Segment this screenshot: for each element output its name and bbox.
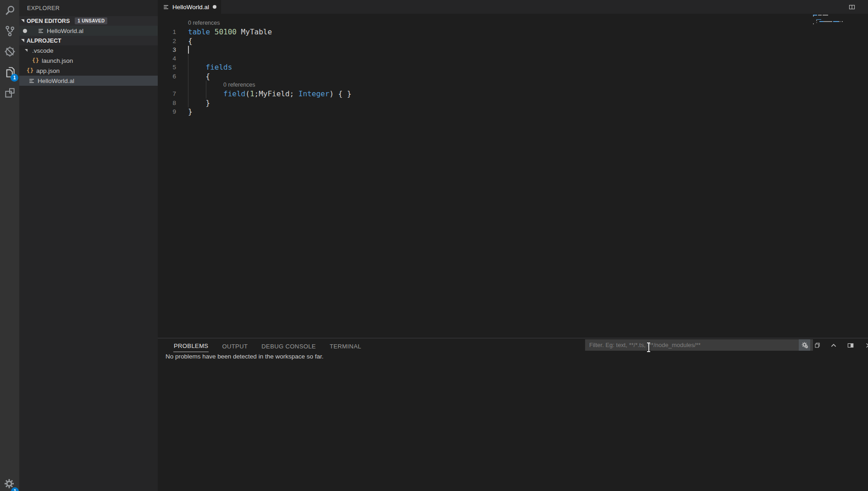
code-line: 1table 50100 MyTable [158, 28, 868, 36]
activity-bar-item-search[interactable] [0, 0, 19, 21]
token: fields [206, 63, 232, 72]
code-line: 7 field(1;MyField; Integer) { } [158, 89, 868, 98]
code-line: 6 { [158, 72, 868, 81]
line-number: 5 [158, 63, 176, 72]
collapse-all-button[interactable] [811, 340, 822, 351]
panel-tab-terminal[interactable]: TERMINAL [329, 341, 362, 352]
json-braces-icon: {} [27, 67, 34, 74]
code-line: 8 } [158, 99, 868, 107]
line-content: field(1;MyField; Integer) { } [188, 89, 351, 98]
code-editor[interactable]: 0 references1table 50100 MyTable2{345 fi… [158, 14, 868, 338]
line-content: table 50100 MyTable [188, 28, 272, 36]
file-tree: .vscode{}launch.json{}app.jsonHelloWorld… [19, 45, 158, 86]
project-section-header[interactable]: ALPROJECT [19, 36, 158, 45]
panel-tabs: PROBLEMSOUTPUTDEBUG CONSOLETERMINAL [173, 338, 362, 354]
close-panel-button[interactable] [863, 340, 868, 351]
file-lines-icon [37, 28, 44, 34]
activity-bar-item-debug[interactable] [0, 41, 19, 62]
more-actions-button[interactable] [158, 0, 868, 1]
tree-item-launch-json[interactable]: {}launch.json [19, 55, 158, 66]
chevron-expanded-icon [21, 19, 24, 22]
move-panel-button[interactable] [845, 340, 856, 351]
line-content: } [188, 107, 193, 116]
mouse-cursor-ibeam [647, 342, 651, 352]
token: } [188, 107, 193, 116]
source-control-icon [4, 25, 16, 37]
settings-button[interactable]: 1 [3, 478, 16, 491]
code-line: 4 [158, 54, 868, 63]
line-number: 7 [158, 89, 176, 98]
chevron-expanded-icon [25, 49, 28, 52]
codelens-references[interactable]: 0 references [188, 19, 220, 28]
tab-helloworld-al[interactable]: HelloWorld.al [158, 0, 221, 14]
tree-item-label: launch.json [42, 57, 73, 64]
text-cursor [188, 46, 189, 54]
code-line: 9} [158, 107, 868, 116]
unsaved-count-badge: 1 UNSAVED [75, 17, 107, 24]
settings-badge: 1 [11, 487, 19, 491]
collapse-all-icon [813, 342, 820, 349]
dirty-files-badge: 1 [11, 74, 18, 82]
json-braces-icon: {} [32, 57, 39, 64]
code-line: 5 fields [158, 63, 868, 72]
chevron-up-icon [830, 342, 837, 349]
token: table [188, 28, 210, 36]
line-number: 8 [158, 99, 176, 107]
tab-title: HelloWorld.al [172, 4, 209, 11]
token: Integer [299, 89, 329, 98]
line-number: 6 [158, 72, 176, 81]
line-content: { [188, 72, 210, 81]
line-number: 3 [158, 45, 176, 54]
problems-empty-message: No problems have been detected in the wo… [166, 353, 323, 360]
modified-dot-icon[interactable] [213, 5, 216, 9]
problems-filter-input[interactable] [585, 339, 813, 351]
half-square-icon [847, 342, 854, 349]
indent-guide [206, 81, 206, 99]
code-line: 3 [158, 45, 868, 54]
token [210, 28, 215, 36]
codelens-references[interactable]: 0 references [188, 81, 255, 89]
panel-tab-problems[interactable]: PROBLEMS [173, 340, 209, 352]
indent-guide [188, 45, 188, 107]
open-editors-list: HelloWorld.al [19, 26, 158, 36]
activity-bar-item-extensions[interactable] [0, 83, 19, 103]
line-number: 9 [158, 107, 176, 116]
line-number: 1 [158, 28, 176, 36]
tree-item-label: .vscode [32, 47, 54, 54]
filter-settings-button[interactable] [799, 339, 810, 351]
editor-area: HelloWorld.al 0 references1table 50100 M… [158, 0, 868, 491]
open-editor-item[interactable]: HelloWorld.al [19, 26, 158, 36]
split-editor-icon [848, 4, 856, 11]
tree-item-label: HelloWorld.al [38, 77, 74, 84]
token: field [223, 89, 245, 98]
explorer-sidebar: EXPLORER OPEN EDITORS 1 UNSAVED HelloWor… [19, 0, 158, 491]
tree-item-app-json[interactable]: {}app.json [19, 66, 158, 76]
tree-item--vscode[interactable]: .vscode [19, 45, 158, 55]
token: } [188, 99, 210, 107]
line-content: { [188, 37, 193, 45]
token: 50100 [215, 28, 237, 36]
activity-bar-item-source-control[interactable] [0, 21, 19, 41]
open-editor-label: HelloWorld.al [47, 28, 83, 34]
token [188, 63, 206, 72]
panel-tab-output[interactable]: OUTPUT [221, 341, 248, 352]
split-editor-button[interactable] [846, 2, 857, 12]
file-lines-icon [162, 4, 170, 11]
panel-tab-debug-console[interactable]: DEBUG CONSOLE [261, 341, 316, 352]
line-content: } [188, 99, 210, 107]
token: { [188, 72, 210, 81]
tree-item-helloworld-al[interactable]: HelloWorld.al [19, 76, 158, 86]
token: MyTable [237, 28, 272, 36]
maximize-panel-button[interactable] [828, 340, 839, 351]
line-number: 4 [158, 54, 176, 63]
filter-gear-icon [801, 341, 808, 349]
token: 1 [250, 89, 254, 98]
bottom-panel: PROBLEMSOUTPUTDEBUG CONSOLETERMINAL No p… [158, 338, 868, 491]
line-number: 2 [158, 37, 176, 45]
codelens-row: 0 references [158, 81, 868, 89]
close-icon [865, 342, 868, 349]
file-lines-icon [28, 77, 35, 84]
open-editors-header[interactable]: OPEN EDITORS 1 UNSAVED [19, 16, 158, 26]
extensions-icon [4, 87, 16, 99]
activity-bar-item-explorer[interactable]: 1 [0, 62, 19, 83]
